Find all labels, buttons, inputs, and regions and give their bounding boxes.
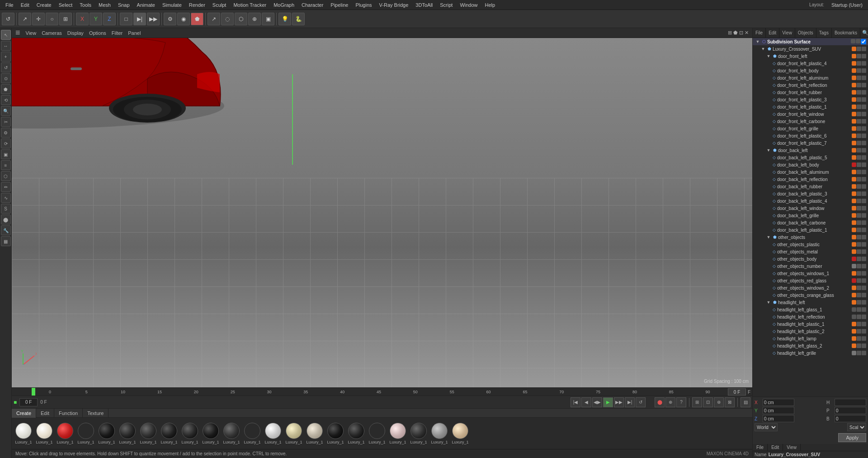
left-tool-settings[interactable]: ⚙ [1, 128, 11, 138]
child-color-dot[interactable] [852, 336, 856, 341]
child-color-dot[interactable] [852, 97, 856, 102]
child-color-dot[interactable] [852, 242, 856, 247]
menu-character[interactable]: Character [298, 2, 327, 8]
coord-p-input[interactable] [835, 407, 866, 414]
menu-help[interactable]: Help [481, 2, 499, 8]
child-vis-dot[interactable] [862, 228, 866, 232]
menu-mograph[interactable]: MoGraph [270, 2, 298, 8]
child-mat-dot[interactable] [857, 322, 861, 326]
tree-child-other-objects-children-7[interactable]: ◇ other_objects_orange_glass [753, 291, 868, 299]
child-vis-dot[interactable] [862, 344, 866, 348]
play-reverse-btn[interactable]: ◀▶ [592, 397, 602, 407]
rpb-tab-file[interactable]: File [753, 444, 768, 451]
child-vis-dot[interactable] [862, 351, 866, 355]
tree-item-door-front-left[interactable]: ▼ ⬟ door_front_left [753, 52, 868, 60]
child-mat-dot[interactable] [857, 329, 861, 334]
tab-texture[interactable]: Texture [83, 409, 108, 418]
tree-child-headlight-left-children-4[interactable]: ◇ headlight_left_lamp [753, 335, 868, 342]
left-tool-select[interactable]: ↖ [1, 30, 11, 40]
play-forward-btn[interactable]: ▶ [603, 397, 613, 407]
child-color-dot[interactable] [852, 206, 856, 210]
child-mat-dot[interactable] [857, 105, 861, 109]
child-vis-dot[interactable] [862, 191, 866, 196]
child-color-dot[interactable] [852, 220, 856, 225]
world-dropdown[interactable]: World Object [755, 423, 778, 431]
left-tool-square[interactable]: ▦ [1, 236, 11, 246]
child-mat-dot[interactable] [857, 271, 861, 276]
child-vis-dot[interactable] [862, 293, 866, 297]
child-mat-dot[interactable] [857, 141, 861, 145]
child-vis-dot[interactable] [862, 286, 866, 290]
coord-x-input[interactable] [763, 399, 794, 406]
menu-plugins[interactable]: Plugins [352, 2, 375, 8]
dbl-vis[interactable] [862, 148, 866, 153]
material-item-3[interactable]: Luxury_1 [76, 423, 96, 444]
tree-child-other-objects-children-0[interactable]: ◇ other_objects_plastic [753, 241, 868, 248]
tree-child-door-front-left-children-0[interactable]: ◇ door_front_left_plastic_4 [753, 60, 868, 67]
snap-grid-btn[interactable]: ⊛ [714, 397, 724, 407]
frame-end-input[interactable] [728, 388, 746, 396]
child-color-dot[interactable] [852, 170, 856, 174]
menu-animate[interactable]: Animate [133, 2, 159, 8]
material-item-10[interactable]: Luxury_1 [222, 423, 241, 444]
suv-color-dot[interactable] [852, 47, 856, 51]
suv-vis-dot[interactable] [862, 47, 866, 51]
child-vis-dot[interactable] [862, 68, 866, 73]
tree-child-door-front-left-children-6[interactable]: ◇ door_front_left_plastic_1 [753, 103, 868, 110]
child-color-dot[interactable] [852, 83, 856, 87]
menu-3dtoall[interactable]: 3DToAll [412, 2, 436, 8]
tree-child-door-back-left-children-7[interactable]: ◇ door_back_left_window [753, 205, 868, 212]
material-item-2[interactable]: Luxury_1 [55, 423, 75, 444]
material-item-6[interactable]: Luxury_1 [138, 423, 158, 444]
child-mat-dot[interactable] [857, 61, 861, 66]
tree-item-subdivision[interactable]: ▼ ⬡ Subdivision Surface [753, 38, 868, 45]
child-vis-dot[interactable] [862, 264, 866, 268]
viewport-tab-view[interactable]: View [24, 30, 38, 36]
child-color-dot[interactable] [852, 119, 856, 124]
child-color-dot[interactable] [852, 293, 856, 297]
child-vis-dot[interactable] [862, 170, 866, 174]
left-tool-rotate[interactable]: ↺ [1, 62, 11, 72]
child-mat-dot[interactable] [857, 126, 861, 131]
rpanel-tab-tags[interactable]: Tags [816, 28, 832, 38]
left-tool-hex[interactable]: ⬡ [1, 171, 11, 181]
goto-start-btn[interactable]: |◀ [571, 397, 580, 407]
material-item-7[interactable]: Luxury_1 [159, 423, 179, 444]
coord-z-input[interactable] [763, 415, 794, 422]
goto-end-btn[interactable]: ▶| [625, 397, 635, 407]
child-vis-dot[interactable] [862, 206, 866, 210]
material-item-17[interactable]: Luxury_1 [367, 423, 387, 444]
viewport-tab-display[interactable]: Display [66, 30, 85, 36]
tree-child-headlight-left-children-2[interactable]: ◇ headlight_left_plastic_1 [753, 320, 868, 328]
child-vis-dot[interactable] [862, 213, 866, 218]
child-mat-dot[interactable] [857, 257, 861, 261]
child-mat-dot[interactable] [857, 213, 861, 218]
child-color-dot[interactable] [852, 155, 856, 160]
tree-child-door-front-left-children-1[interactable]: ◇ door_front_left_body [753, 67, 868, 74]
scale-dropdown[interactable]: Scal [847, 423, 866, 431]
child-mat-dot[interactable] [857, 315, 861, 319]
dbl-color[interactable] [852, 148, 856, 153]
child-mat-dot[interactable] [857, 76, 861, 80]
child-color-dot[interactable] [852, 68, 856, 73]
tree-child-headlight-left-children-6[interactable]: ◇ headlight_left_grille [753, 349, 868, 357]
menu-render[interactable]: Render [185, 2, 209, 8]
child-mat-dot[interactable] [857, 206, 861, 210]
menu-create[interactable]: Create [33, 2, 55, 8]
apply-button[interactable]: Apply [838, 433, 866, 442]
material-item-21[interactable]: Luxury_1 [450, 423, 470, 444]
child-color-dot[interactable] [852, 351, 856, 355]
move-tool[interactable]: ✛ [32, 13, 45, 25]
left-tool-menu[interactable]: ≡ [1, 160, 11, 170]
light-btn[interactable]: 💡 [278, 13, 291, 25]
child-mat-dot[interactable] [857, 97, 861, 102]
step-forward-btn[interactable]: ▶▶ [614, 397, 624, 407]
child-mat-dot[interactable] [857, 307, 861, 312]
material-item-0[interactable]: Luxury_1 [14, 423, 33, 444]
child-vis-dot[interactable] [862, 112, 866, 116]
child-vis-dot[interactable] [862, 278, 866, 283]
child-mat-dot[interactable] [857, 286, 861, 290]
tree-child-headlight-left-children-0[interactable]: ◇ headlight_left_glass_1 [753, 306, 868, 313]
render-active[interactable]: ⬟ [191, 13, 203, 25]
tree-child-door-back-left-children-4[interactable]: ◇ door_back_left_rubber [753, 183, 868, 190]
